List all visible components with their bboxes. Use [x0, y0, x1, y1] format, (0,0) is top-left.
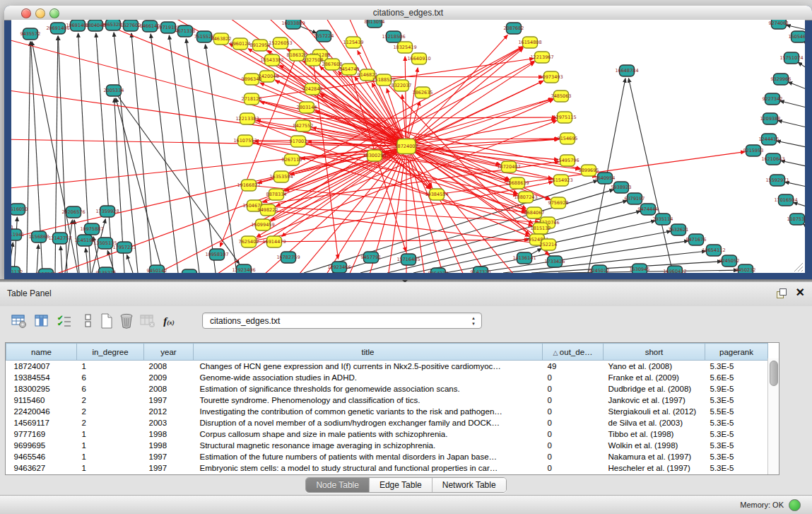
node-label: 3911941	[11, 232, 24, 238]
table-row[interactable]: 946362711997Embryonic stem cells: a mode…	[6, 462, 768, 474]
network-canvas[interactable]: 9435572206914061069140818040461065328715…	[11, 20, 805, 273]
network-edge	[96, 33, 113, 273]
tab-edge-table[interactable]: Edge Table	[370, 478, 433, 492]
network-edge	[186, 39, 216, 273]
node-label: 9327508	[303, 57, 324, 63]
node-label: 1244415	[759, 136, 779, 142]
network-edge	[798, 62, 805, 68]
status-bar: Memory: OK	[0, 495, 812, 514]
network-edge	[406, 146, 509, 180]
table-row[interactable]: 1456911722003Disruption of a novel membe…	[6, 417, 768, 428]
node-label: 17957223	[112, 245, 136, 250]
column-header-out_de[interactable]: △ out_de…	[543, 344, 604, 361]
column-header-in_degree[interactable]: in_degree	[77, 344, 144, 361]
node-label: 8454749	[339, 66, 360, 72]
node-label: 15188520	[372, 77, 395, 83]
node-label: 12213967	[530, 54, 553, 60]
node-label: 19384554	[425, 192, 448, 197]
node-label: 1530945	[630, 267, 650, 272]
node-label: 2087682	[504, 25, 524, 31]
node-label: 16960412	[663, 269, 686, 273]
network-window-titlebar[interactable]: citations_edges.txt	[4, 6, 812, 21]
float-window-icon[interactable]	[777, 288, 787, 298]
node-label: 16099459	[251, 222, 274, 228]
close-icon[interactable]: ✕	[796, 286, 805, 299]
node-label: 1733426	[545, 259, 565, 264]
column-header-year[interactable]: year	[144, 344, 194, 361]
table-panel-title: Table Panel	[7, 288, 52, 298]
node-label: 16782759	[276, 255, 300, 260]
node-label: 7632621	[669, 227, 689, 233]
table-row[interactable]: 1938455462009Genome-wide association stu…	[6, 372, 768, 383]
scrollbar-thumb[interactable]	[770, 361, 778, 386]
node-label: 16353594	[269, 174, 293, 180]
table-selector-dropdown[interactable]: citations_edges.txt ▲▼	[202, 313, 482, 329]
node-label: 9245052	[719, 258, 740, 264]
network-edge	[260, 83, 406, 146]
node-label: 9245012	[589, 268, 610, 273]
node-table: namein_degreeyeartitle△ out_de…shortpage…	[5, 342, 779, 475]
node-label: 6379197	[625, 196, 645, 201]
network-edge	[788, 82, 805, 89]
show-columns-icon[interactable]	[33, 312, 51, 330]
node-label: 16154808	[518, 40, 541, 45]
delete-table-disabled-icon	[139, 312, 157, 330]
node-label: 9896348	[242, 76, 262, 82]
resize-grip-icon[interactable]	[794, 263, 803, 271]
resize-grip-icon[interactable]	[801, 270, 803, 271]
table-row[interactable]: 977716911998Corpus callosum shape and si…	[6, 428, 768, 440]
function-builder-icon[interactable]: f(x)	[160, 312, 178, 330]
table-row[interactable]: 911546021997Tourette syndrome. Phenomeno…	[6, 395, 768, 406]
node-label: 10975887	[80, 226, 103, 232]
table-row[interactable]: 946554611997Estimation of the future num…	[6, 451, 768, 462]
network-edge	[628, 78, 673, 273]
table-row[interactable]: 1830029562008Estimation of significance …	[6, 383, 768, 395]
node-label: 2718126	[242, 96, 262, 102]
table-selector-value: citations_edges.txt	[210, 316, 280, 326]
network-edge	[312, 89, 510, 180]
vertical-layout-icon[interactable]	[79, 312, 98, 330]
node-label: 2935114	[653, 216, 673, 222]
node-label: 15751074	[779, 55, 803, 61]
sort-ascending-icon: △	[553, 349, 559, 356]
select-columns-icon[interactable]: ✔✔	[55, 312, 73, 330]
svg-text:✔: ✔	[57, 320, 63, 327]
network-edge	[267, 76, 543, 77]
table-options-icon[interactable]	[10, 312, 28, 330]
node-label: 8322037	[392, 83, 412, 88]
table-row[interactable]: 969969511998Structural magnetic resonanc…	[6, 440, 768, 451]
node-label: 9242845	[302, 86, 323, 92]
node-label: 8878334	[266, 192, 287, 197]
column-header-title[interactable]: title	[194, 344, 543, 361]
node-label: 16914479	[262, 239, 286, 245]
node-label: 16107553	[233, 138, 257, 144]
table-row[interactable]: 1872400712008Changes of HCN gene express…	[6, 361, 768, 373]
node-label: 8215953	[743, 148, 764, 153]
column-header-pagerank[interactable]: pagerank	[705, 344, 768, 361]
node-label: 9899695	[579, 168, 599, 173]
new-table-icon[interactable]	[98, 312, 116, 330]
network-edge	[268, 210, 540, 244]
vertical-scrollbar[interactable]	[767, 358, 779, 474]
network-edge	[406, 119, 555, 146]
tab-network-table[interactable]: Network Table	[433, 478, 506, 492]
memory-status-label: Memory: OK	[740, 501, 784, 509]
node-label: 1862635	[413, 90, 433, 95]
node-label: 15226053	[269, 40, 292, 46]
node-label: 15495796	[555, 158, 579, 163]
node-label: 8960124	[230, 41, 251, 47]
table-tabs: Node TableEdge TableNetwork Table	[0, 477, 812, 493]
table-row[interactable]: 2242004622012Investigating the contribut…	[6, 406, 768, 417]
node-label: 2516050	[11, 206, 28, 212]
node-label: 10688639	[505, 180, 529, 186]
delete-table-icon[interactable]	[117, 312, 136, 330]
column-header-short[interactable]: short	[604, 344, 705, 361]
node-label: 1145190	[75, 238, 95, 243]
node-label: 14136141	[512, 255, 536, 261]
node-label: 15716485	[396, 257, 420, 262]
tab-node-table[interactable]: Node Table	[306, 478, 370, 492]
node-label: 20206576	[61, 209, 85, 215]
network-edge	[787, 25, 805, 30]
column-header-name[interactable]: name	[6, 344, 77, 361]
memory-status-icon[interactable]	[789, 499, 801, 511]
